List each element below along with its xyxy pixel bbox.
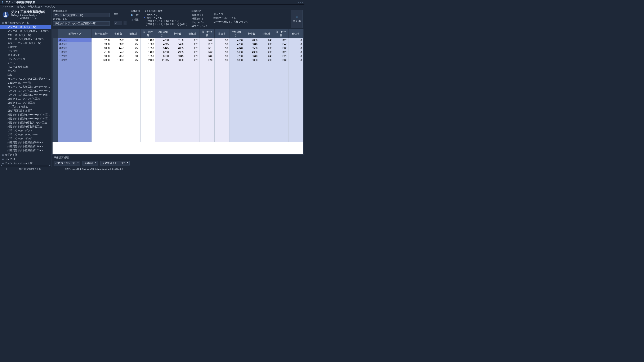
grid-cell[interactable] bbox=[200, 106, 214, 110]
grid-cell[interactable]: 2800 bbox=[244, 38, 259, 42]
grid-cell[interactable] bbox=[244, 134, 259, 138]
grid-cell[interactable] bbox=[244, 90, 259, 94]
grid-cell[interactable] bbox=[274, 106, 288, 110]
grid-cell[interactable] bbox=[170, 118, 185, 122]
grid-cell[interactable] bbox=[126, 130, 141, 134]
grid-cell[interactable]: 5350 bbox=[92, 42, 111, 46]
grid-cell[interactable] bbox=[274, 78, 288, 82]
grid-cell[interactable] bbox=[229, 126, 244, 130]
grid-cell[interactable] bbox=[140, 74, 155, 78]
column-header[interactable]: 取り付け費 bbox=[274, 29, 288, 38]
grid-cell[interactable] bbox=[274, 70, 288, 74]
grid-cell[interactable] bbox=[140, 62, 155, 66]
grid-cell[interactable]: 1040 bbox=[274, 42, 288, 46]
grid-cell[interactable] bbox=[155, 90, 170, 94]
maximize-icon[interactable] bbox=[300, 2, 301, 3]
grid-cell[interactable] bbox=[170, 98, 185, 102]
judge-option[interactable]: 低圧ダクト bbox=[192, 13, 209, 17]
grid-cell[interactable] bbox=[92, 86, 111, 90]
grid-cell[interactable] bbox=[214, 102, 229, 106]
grid-cell[interactable] bbox=[58, 106, 92, 110]
tree-item[interactable]: スライドオン工法(低圧)(一般) bbox=[0, 41, 51, 45]
grid-cell[interactable]: 9000 bbox=[170, 58, 185, 62]
grid-cell[interactable] bbox=[185, 78, 200, 82]
grid-cell[interactable]: 270 bbox=[185, 38, 200, 42]
tree-item[interactable]: ステンレス共板工法(コーナー=SUS)(受け bbox=[0, 93, 51, 97]
grid-cell[interactable] bbox=[170, 130, 185, 134]
grid-cell[interactable] bbox=[200, 94, 214, 98]
grid-cell[interactable] bbox=[259, 106, 274, 110]
grid-cell-size[interactable]: 1.6mm bbox=[58, 58, 92, 62]
grid-cell[interactable] bbox=[155, 106, 170, 110]
grid-cell[interactable]: 5200 bbox=[92, 38, 111, 42]
grid-cell[interactable] bbox=[288, 78, 303, 82]
grid-cell[interactable] bbox=[92, 70, 111, 74]
grid-cell[interactable] bbox=[200, 122, 214, 126]
grid-cell[interactable] bbox=[214, 130, 229, 134]
unit-dropdown-icon[interactable]: ▾ bbox=[124, 21, 126, 25]
grid-cell[interactable] bbox=[200, 130, 214, 134]
grid-cell[interactable] bbox=[170, 106, 185, 110]
grid-cell[interactable] bbox=[200, 62, 214, 66]
grid-cell[interactable] bbox=[126, 82, 141, 86]
grid-cell[interactable] bbox=[155, 94, 170, 98]
close-icon[interactable] bbox=[302, 2, 303, 3]
grid-cell[interactable] bbox=[92, 66, 111, 70]
grid-cell[interactable] bbox=[214, 138, 229, 142]
grid-cell[interactable] bbox=[58, 122, 92, 126]
column-header[interactable]: 制作費 bbox=[111, 29, 126, 38]
grid-cell[interactable] bbox=[58, 66, 92, 70]
grid-cell[interactable] bbox=[126, 90, 141, 94]
tree-item[interactable]: アングル工法(高圧)(排煙シール含む) bbox=[0, 29, 51, 33]
grid-cell[interactable] bbox=[200, 138, 214, 142]
tree-item[interactable]: グラスウール ダクト bbox=[0, 129, 51, 133]
grid-cell[interactable] bbox=[155, 130, 170, 134]
grid-cell[interactable] bbox=[126, 114, 141, 118]
grid-cell[interactable]: 4450 bbox=[111, 46, 126, 50]
tree-item[interactable]: 1.6t実管(ダンパー用) bbox=[0, 81, 51, 85]
grid-cell[interactable] bbox=[92, 102, 111, 106]
grid-cell[interactable] bbox=[200, 66, 214, 70]
column-header[interactable]: 消耗材 bbox=[185, 29, 200, 38]
grid-cell[interactable] bbox=[244, 110, 259, 114]
grid-cell[interactable] bbox=[92, 110, 111, 114]
grid-cell[interactable]: 250 bbox=[126, 42, 141, 46]
grid-cell[interactable] bbox=[126, 78, 141, 82]
grid-cell[interactable] bbox=[155, 118, 170, 122]
grid-cell[interactable]: 4905 bbox=[170, 50, 185, 54]
grid-cell[interactable] bbox=[244, 126, 259, 130]
grid-cell[interactable] bbox=[126, 70, 141, 74]
grid-cell[interactable] bbox=[92, 62, 111, 66]
rounding-combo[interactable]: 小数以下切り上げ bbox=[54, 161, 80, 166]
grid-cell[interactable] bbox=[126, 122, 141, 126]
grid-cell[interactable] bbox=[288, 90, 303, 94]
grid-cell[interactable] bbox=[229, 118, 244, 122]
grid-cell[interactable] bbox=[111, 78, 126, 82]
grid-cell[interactable] bbox=[140, 134, 155, 138]
grid-cell[interactable]: 7200 bbox=[229, 54, 244, 58]
tree-item[interactable]: 矩形ダクト(特殊)植毛アングル工法 bbox=[0, 121, 51, 125]
grid-cell[interactable]: 4815 bbox=[155, 42, 170, 46]
grid-cell[interactable] bbox=[200, 82, 214, 86]
grid-cell[interactable] bbox=[274, 102, 288, 106]
grid-cell[interactable] bbox=[244, 130, 259, 134]
grid-cell[interactable] bbox=[229, 86, 244, 90]
grid-cell[interactable]: 250 bbox=[126, 46, 141, 50]
grid-cell[interactable] bbox=[155, 62, 170, 66]
grid-cell[interactable] bbox=[140, 110, 155, 114]
grid-cell[interactable] bbox=[229, 110, 244, 114]
grid-cell[interactable]: 8 bbox=[288, 46, 303, 50]
grid-cell[interactable] bbox=[170, 62, 185, 66]
grid-cell[interactable] bbox=[274, 66, 288, 70]
grid-cell[interactable] bbox=[288, 134, 303, 138]
grid-cell[interactable] bbox=[170, 102, 185, 106]
grid-cell[interactable] bbox=[274, 134, 288, 138]
grid-cell[interactable]: 1260 bbox=[200, 50, 214, 54]
grid-cell[interactable] bbox=[185, 110, 200, 114]
grid-cell[interactable] bbox=[185, 138, 200, 142]
grid-cell[interactable]: 90 bbox=[214, 42, 229, 46]
grid-cell[interactable]: 3560 bbox=[244, 46, 259, 50]
grid-cell[interactable] bbox=[259, 82, 274, 86]
grid-cell[interactable] bbox=[126, 102, 141, 106]
grid-cell[interactable] bbox=[185, 82, 200, 86]
